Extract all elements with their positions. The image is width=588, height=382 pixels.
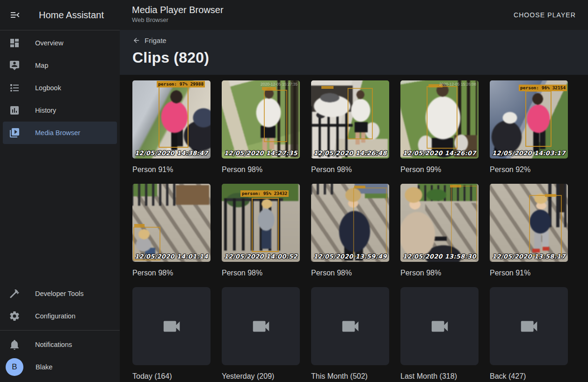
sidebar: Overview Map Logbook History Media Brows…	[0, 30, 120, 382]
sidebar-item-overview[interactable]: Overview	[3, 32, 117, 54]
page-heading: Clips (820)	[132, 49, 588, 66]
detection-bbox	[451, 186, 477, 259]
detection-bbox	[525, 91, 552, 147]
sidebar-nav: Overview Map Logbook History Media Brows…	[0, 30, 120, 144]
clip-card[interactable]: 12/05/2020 14:26:48 Person 98%	[311, 80, 389, 175]
folder-thumbnail[interactable]	[490, 287, 568, 365]
folder-card[interactable]: Today (164)	[132, 287, 211, 382]
avatar: B	[6, 358, 23, 376]
clip-thumbnail[interactable]: 2020-12-05 15:27:35 12/05/2020 14:27:35	[222, 80, 300, 159]
clip-card[interactable]: person: 97% 29988 12/05/2020 14:38:47 Pe…	[132, 80, 211, 175]
clip-caption: Person 91%	[132, 165, 211, 175]
video-camera-icon	[429, 316, 450, 337]
sidebar-item-map[interactable]: Map	[3, 54, 117, 77]
detection-bbox	[252, 198, 279, 252]
sidebar-item-logbook[interactable]: Logbook	[3, 77, 117, 99]
detection-label	[354, 186, 365, 188]
sidebar-item-configuration[interactable]: Configuration	[3, 305, 117, 327]
sidebar-user-profile[interactable]: B Blake	[3, 356, 117, 378]
folder-card[interactable]: Yesterday (209)	[222, 287, 300, 382]
breadcrumb-label: Frigate	[145, 36, 167, 44]
detection-bbox	[529, 195, 562, 256]
folder-thumbnail[interactable]	[311, 287, 389, 365]
clip-card[interactable]: person: 96% 32154 12/05/2020 14:03:17 Pe…	[490, 80, 568, 175]
clip-thumbnail[interactable]: 2020-12-05 15:26:08 12/05/2020 14:26:07	[400, 80, 479, 159]
camera-timestamp: 2020-12-05 15:26:08	[439, 82, 476, 86]
clip-card[interactable]: 2020-12-05 15:26:08 12/05/2020 14:26:07 …	[400, 80, 479, 175]
page-title: Media Player Browser	[132, 4, 224, 16]
folder-caption: Yesterday (209)	[222, 371, 300, 382]
breadcrumb[interactable]: Frigate	[132, 36, 167, 44]
media-grid-scroll[interactable]: person: 97% 29988 12/05/2020 14:38:47 Pe…	[120, 75, 588, 382]
folder-caption: Back (427)	[490, 371, 568, 382]
clip-thumbnail[interactable]: person: 95% 23432 12/05/2020 14:00:52	[222, 184, 300, 262]
clip-card[interactable]: 12/05/2020 13:58:17 Person 91%	[490, 184, 568, 278]
sidebar-item-label: Logbook	[35, 84, 61, 92]
sidebar-item-history[interactable]: History	[3, 99, 117, 122]
clip-timestamp: 12/05/2020 13:58:17	[492, 253, 566, 260]
clip-thumbnail[interactable]: 12/05/2020 14:26:48	[311, 80, 389, 159]
folder-card[interactable]: This Month (502)	[311, 287, 389, 382]
detection-label	[321, 86, 334, 89]
chart-box-icon	[9, 105, 20, 116]
detection-bbox	[264, 90, 287, 142]
drawer-header: Home Assistant	[0, 0, 120, 30]
play-box-multiple-icon	[9, 127, 20, 138]
main-content: Frigate Clips (820) person: 97% 29988 12…	[120, 30, 588, 382]
detection-label	[134, 224, 145, 227]
video-camera-icon	[340, 316, 361, 337]
clip-card[interactable]: 12/05/2020 13:59:49 Person 98%	[311, 184, 389, 278]
media-header: Frigate Clips (820)	[120, 30, 588, 75]
clip-caption: Person 92%	[490, 165, 568, 175]
media-grid: person: 97% 29988 12/05/2020 14:38:47 Pe…	[132, 80, 588, 382]
clip-timestamp: 12/05/2020 14:03:17	[492, 150, 566, 157]
view-dashboard-icon	[9, 37, 20, 49]
detection-label: person: 96% 32154	[519, 85, 567, 91]
clip-timestamp: 12/05/2020 13:59:49	[313, 253, 387, 260]
sidebar-item-label: Developer Tools	[35, 290, 84, 297]
detection-label: person: 95% 23432	[240, 190, 289, 197]
app-bar: Home Assistant Media Player Browser Web …	[0, 0, 588, 30]
list-icon	[9, 82, 20, 94]
detection-label	[545, 194, 556, 197]
sidebar-item-label: Notifications	[35, 341, 72, 348]
folder-thumbnail[interactable]	[132, 287, 211, 365]
camera-timestamp: 2020-12-05 15:27:35	[261, 82, 298, 86]
sidebar-item-notifications[interactable]: Notifications	[3, 333, 117, 356]
clip-thumbnail[interactable]: 12/05/2020 14:01:14	[132, 184, 211, 262]
page-title-block: Media Player Browser Web Browser	[132, 4, 224, 24]
sidebar-item-media-browser[interactable]: Media Browser	[3, 122, 117, 144]
folder-card[interactable]: Back (427)	[490, 287, 568, 382]
clip-thumbnail[interactable]: person: 97% 29988 12/05/2020 14:38:47	[132, 80, 211, 159]
folder-thumbnail[interactable]	[400, 287, 479, 365]
clip-thumbnail[interactable]: 12/05/2020 13:59:49	[311, 184, 389, 262]
detection-label	[262, 87, 276, 90]
clip-card[interactable]: 12/05/2020 13:58:30 Person 98%	[400, 184, 479, 278]
clip-card[interactable]: person: 95% 23432 12/05/2020 14:00:52 Pe…	[222, 184, 300, 278]
folder-caption: Today (164)	[132, 371, 211, 382]
clip-timestamp: 12/05/2020 14:01:14	[135, 253, 208, 260]
clip-timestamp: 12/05/2020 14:00:52	[224, 253, 298, 260]
folder-thumbnail[interactable]	[222, 287, 300, 365]
clip-thumbnail[interactable]: person: 96% 32154 12/05/2020 14:03:17	[490, 80, 568, 159]
video-camera-icon	[161, 316, 182, 337]
app-title: Home Assistant	[39, 10, 104, 21]
bell-icon	[9, 339, 20, 350]
user-name: Blake	[36, 363, 52, 371]
clip-image	[222, 80, 300, 159]
clip-thumbnail[interactable]: 12/05/2020 13:58:30	[400, 184, 479, 262]
clip-thumbnail[interactable]: 12/05/2020 13:58:17	[490, 184, 568, 262]
clip-card[interactable]: 12/05/2020 14:01:14 Person 98%	[132, 184, 211, 278]
menu-toggle-icon[interactable]	[9, 9, 21, 21]
tooltip-account-icon	[9, 60, 20, 71]
clip-caption: Person 98%	[222, 165, 300, 175]
detection-bbox	[348, 88, 373, 139]
hammer-icon	[9, 288, 20, 299]
video-camera-icon	[518, 316, 540, 337]
folder-card[interactable]: Last Month (318)	[400, 287, 479, 382]
sidebar-item-developer-tools[interactable]: Developer Tools	[3, 282, 117, 305]
choose-player-button[interactable]: CHOOSE PLAYER	[510, 7, 580, 22]
clip-caption: Person 99%	[400, 165, 479, 175]
clip-card[interactable]: 2020-12-05 15:27:35 12/05/2020 14:27:35 …	[222, 80, 300, 175]
clip-caption: Person 98%	[132, 268, 211, 278]
